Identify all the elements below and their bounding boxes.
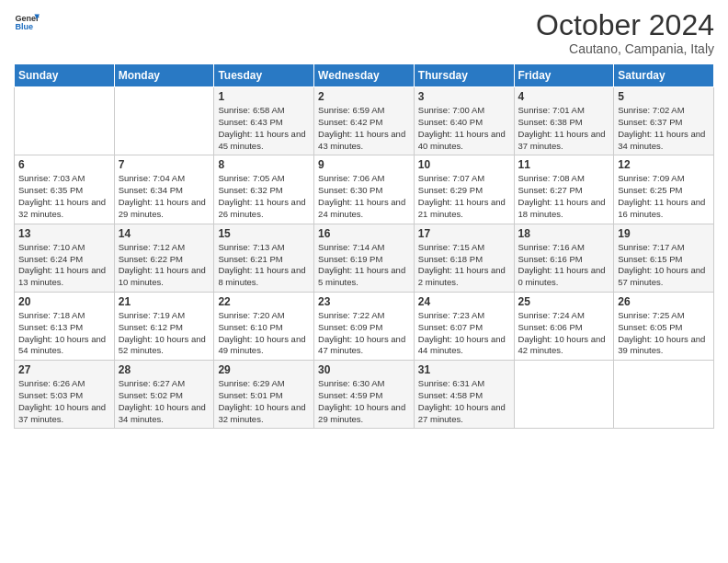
day-info: Sunrise: 7:20 AMSunset: 6:10 PMDaylight:… [218,310,310,357]
day-info: Sunrise: 6:27 AMSunset: 5:02 PMDaylight:… [119,378,210,425]
col-wednesday: Wednesday [314,64,415,87]
day-number: 26 [618,295,710,308]
day-number: 5 [618,90,710,103]
day-info: Sunrise: 6:26 AMSunset: 5:03 PMDaylight:… [18,378,110,425]
day-number: 23 [318,295,410,308]
day-number: 21 [119,295,210,308]
day-number: 18 [518,227,610,240]
day-number: 16 [318,227,410,240]
day-cell: 12Sunrise: 7:09 AMSunset: 6:25 PMDayligh… [614,155,714,224]
day-cell: 24Sunrise: 7:23 AMSunset: 6:07 PMDayligh… [414,292,514,360]
day-number: 22 [218,295,310,308]
day-cell: 18Sunrise: 7:16 AMSunset: 6:16 PMDayligh… [514,224,614,292]
day-info: Sunrise: 7:10 AMSunset: 6:24 PMDaylight:… [18,242,110,289]
day-info: Sunrise: 6:59 AMSunset: 6:42 PMDaylight:… [318,105,410,152]
day-number: 31 [418,363,510,376]
col-sunday: Sunday [15,64,115,87]
week-row-2: 6Sunrise: 7:03 AMSunset: 6:35 PMDaylight… [15,155,714,224]
col-saturday: Saturday [614,64,714,87]
day-number: 29 [218,363,310,376]
day-info: Sunrise: 7:06 AMSunset: 6:30 PMDaylight:… [318,173,410,220]
day-number: 4 [518,90,610,103]
day-cell: 2Sunrise: 6:59 AMSunset: 6:42 PMDaylight… [314,87,415,155]
day-cell: 8Sunrise: 7:05 AMSunset: 6:32 PMDaylight… [214,155,314,224]
day-number: 28 [119,363,210,376]
day-info: Sunrise: 7:07 AMSunset: 6:29 PMDaylight:… [418,173,510,220]
day-cell: 13Sunrise: 7:10 AMSunset: 6:24 PMDayligh… [15,224,115,292]
day-cell: 23Sunrise: 7:22 AMSunset: 6:09 PMDayligh… [314,292,415,360]
day-cell: 11Sunrise: 7:08 AMSunset: 6:27 PMDayligh… [514,155,614,224]
day-number: 19 [618,227,710,240]
day-cell: 21Sunrise: 7:19 AMSunset: 6:12 PMDayligh… [114,292,214,360]
day-cell: 7Sunrise: 7:04 AMSunset: 6:34 PMDaylight… [114,155,214,224]
day-info: Sunrise: 7:15 AMSunset: 6:18 PMDaylight:… [418,242,510,289]
col-monday: Monday [114,64,214,87]
day-info: Sunrise: 7:02 AMSunset: 6:37 PMDaylight:… [618,105,710,152]
day-info: Sunrise: 7:24 AMSunset: 6:06 PMDaylight:… [518,310,610,357]
col-friday: Friday [514,64,614,87]
day-info: Sunrise: 7:09 AMSunset: 6:25 PMDaylight:… [618,173,710,220]
page: General Blue October 2024 Cautano, Campa… [0,0,728,563]
day-cell: 19Sunrise: 7:17 AMSunset: 6:15 PMDayligh… [614,224,714,292]
day-info: Sunrise: 7:13 AMSunset: 6:21 PMDaylight:… [218,242,310,289]
day-number: 8 [218,158,310,171]
day-cell: 29Sunrise: 6:29 AMSunset: 5:01 PMDayligh… [214,361,314,429]
day-cell [15,87,115,155]
day-info: Sunrise: 7:17 AMSunset: 6:15 PMDaylight:… [618,242,710,289]
day-info: Sunrise: 7:00 AMSunset: 6:40 PMDaylight:… [418,105,510,152]
day-cell: 27Sunrise: 6:26 AMSunset: 5:03 PMDayligh… [15,361,115,429]
header-row: Sunday Monday Tuesday Wednesday Thursday… [15,64,714,87]
day-cell: 17Sunrise: 7:15 AMSunset: 6:18 PMDayligh… [414,224,514,292]
day-cell: 6Sunrise: 7:03 AMSunset: 6:35 PMDaylight… [15,155,115,224]
day-number: 1 [218,90,310,103]
logo-icon: General Blue [14,9,40,35]
day-cell [514,361,614,429]
day-cell: 20Sunrise: 7:18 AMSunset: 6:13 PMDayligh… [15,292,115,360]
title-block: October 2024 Cautano, Campania, Italy [536,9,714,56]
day-cell: 4Sunrise: 7:01 AMSunset: 6:38 PMDaylight… [514,87,614,155]
day-cell: 30Sunrise: 6:30 AMSunset: 4:59 PMDayligh… [314,361,415,429]
day-cell: 28Sunrise: 6:27 AMSunset: 5:02 PMDayligh… [114,361,214,429]
month-title: October 2024 [536,9,714,41]
day-number: 2 [318,90,410,103]
day-number: 27 [18,363,110,376]
week-row-5: 27Sunrise: 6:26 AMSunset: 5:03 PMDayligh… [15,361,714,429]
day-info: Sunrise: 7:01 AMSunset: 6:38 PMDaylight:… [518,105,610,152]
day-number: 3 [418,90,510,103]
day-info: Sunrise: 7:12 AMSunset: 6:22 PMDaylight:… [119,242,210,289]
day-number: 13 [18,227,110,240]
day-number: 11 [518,158,610,171]
day-number: 15 [218,227,310,240]
day-cell: 25Sunrise: 7:24 AMSunset: 6:06 PMDayligh… [514,292,614,360]
day-number: 30 [318,363,410,376]
svg-text:Blue: Blue [15,22,33,31]
day-info: Sunrise: 6:31 AMSunset: 4:58 PMDaylight:… [418,378,510,425]
calendar-table: Sunday Monday Tuesday Wednesday Thursday… [14,63,714,429]
day-number: 10 [418,158,510,171]
day-number: 9 [318,158,410,171]
day-number: 24 [418,295,510,308]
day-cell: 3Sunrise: 7:00 AMSunset: 6:40 PMDaylight… [414,87,514,155]
day-info: Sunrise: 6:30 AMSunset: 4:59 PMDaylight:… [318,378,410,425]
day-info: Sunrise: 6:58 AMSunset: 6:43 PMDaylight:… [218,105,310,152]
day-number: 12 [618,158,710,171]
subtitle: Cautano, Campania, Italy [536,41,714,56]
day-number: 7 [119,158,210,171]
day-number: 25 [518,295,610,308]
day-number: 14 [119,227,210,240]
day-cell [114,87,214,155]
day-cell: 14Sunrise: 7:12 AMSunset: 6:22 PMDayligh… [114,224,214,292]
day-cell: 22Sunrise: 7:20 AMSunset: 6:10 PMDayligh… [214,292,314,360]
day-number: 17 [418,227,510,240]
day-cell: 16Sunrise: 7:14 AMSunset: 6:19 PMDayligh… [314,224,415,292]
day-cell: 15Sunrise: 7:13 AMSunset: 6:21 PMDayligh… [214,224,314,292]
day-info: Sunrise: 7:25 AMSunset: 6:05 PMDaylight:… [618,310,710,357]
day-info: Sunrise: 7:04 AMSunset: 6:34 PMDaylight:… [119,173,210,220]
day-info: Sunrise: 7:23 AMSunset: 6:07 PMDaylight:… [418,310,510,357]
week-row-4: 20Sunrise: 7:18 AMSunset: 6:13 PMDayligh… [15,292,714,360]
week-row-1: 1Sunrise: 6:58 AMSunset: 6:43 PMDaylight… [15,87,714,155]
day-info: Sunrise: 7:14 AMSunset: 6:19 PMDaylight:… [318,242,410,289]
day-info: Sunrise: 7:05 AMSunset: 6:32 PMDaylight:… [218,173,310,220]
week-row-3: 13Sunrise: 7:10 AMSunset: 6:24 PMDayligh… [15,224,714,292]
col-tuesday: Tuesday [214,64,314,87]
